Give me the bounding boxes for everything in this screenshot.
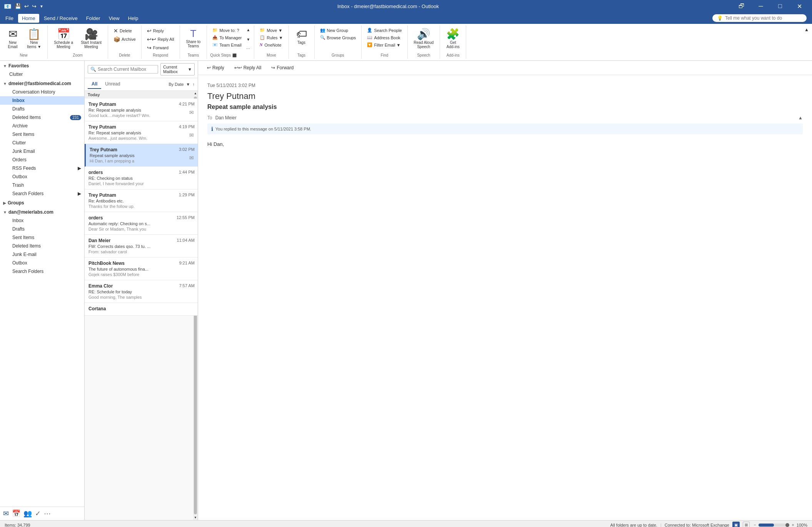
new-email-button[interactable]: ✉ NewEmail: [3, 27, 22, 50]
onenote-button[interactable]: 𝑵 OneNote: [257, 42, 285, 48]
archive-button[interactable]: 📦 Archive: [111, 35, 138, 43]
filter-email-button[interactable]: 🔽 Filter Email ▼: [365, 42, 404, 48]
sidebar-item-sent[interactable]: Sent Items: [0, 130, 84, 139]
email-item-9[interactable]: Emma Clor RE: Schedule for today Good mo…: [85, 280, 198, 303]
quick-undo[interactable]: ↩: [24, 3, 29, 9]
team-email-button[interactable]: 📧 Team Email: [210, 42, 244, 48]
browse-groups-button[interactable]: 🔍 Browse Groups: [318, 34, 358, 41]
quick-save[interactable]: 💾: [15, 3, 21, 9]
view-single-btn[interactable]: ▣: [732, 522, 740, 527]
search-input[interactable]: [98, 67, 155, 72]
new-group-button[interactable]: 👥 New Group: [318, 27, 358, 33]
quick-steps-down[interactable]: ▼: [245, 37, 251, 42]
email-item-1[interactable]: Trey Putnam Re: Repeat sample analysis G…: [85, 99, 198, 121]
restore-btn[interactable]: 🗗: [733, 0, 750, 12]
email-list-scroll[interactable]: ▲ ▼ Today Trey Putnam Re: Repeat sample …: [85, 91, 198, 520]
read-aloud-button[interactable]: 🔊 Read AloudSpeech: [411, 27, 437, 50]
sidebar-item-rss[interactable]: RSS Feeds ▶: [0, 164, 84, 172]
sidebar-item-search-folders[interactable]: Search Folders ▶: [0, 189, 84, 198]
move-button[interactable]: 📁 Move ▼: [257, 27, 285, 33]
ribbon-search-input[interactable]: [725, 15, 802, 21]
to-manager-button[interactable]: 📤 To Manager: [210, 34, 244, 41]
rules-button[interactable]: 📋 Rules ▼: [257, 34, 285, 41]
quick-redo[interactable]: ↪: [32, 3, 37, 9]
sidebar-item-deleted[interactable]: Deleted Items 231: [0, 113, 84, 122]
nav-tasks-icon[interactable]: ✓: [35, 509, 41, 518]
email-item-8[interactable]: PitchBook News The future of autonomous …: [85, 258, 198, 280]
reading-reply-all-btn[interactable]: ↩↩ Reply All: [230, 63, 266, 72]
menu-send-receive[interactable]: Send / Receive: [40, 14, 82, 23]
filter-unread[interactable]: Unread: [101, 80, 124, 89]
email-item-7[interactable]: Dan Meier FW: Corrects dates qso. 73 tu.…: [85, 235, 198, 258]
view-split-btn[interactable]: ⊞: [743, 522, 750, 527]
favorites-header[interactable]: ▼ Favorites: [0, 61, 84, 70]
sidebar-item-archive[interactable]: Archive: [0, 122, 84, 130]
get-add-ins-button[interactable]: 🧩 GetAdd-ins: [443, 27, 463, 50]
zoom-out-btn[interactable]: －: [753, 522, 757, 527]
sidebar-item-junk[interactable]: Junk Email: [0, 147, 84, 156]
filter-all[interactable]: All: [88, 80, 101, 89]
sidebar-item-dan-drafts[interactable]: Drafts: [0, 225, 84, 233]
menu-view[interactable]: View: [105, 14, 123, 23]
quick-dropdown[interactable]: ▼: [40, 4, 43, 8]
zoom-in-btn[interactable]: ＋: [791, 522, 795, 527]
account1-header[interactable]: ▼ dmeier@fastbiomedical.com: [0, 79, 84, 88]
search-people-button[interactable]: 👤 Search People: [365, 27, 404, 33]
menu-folder[interactable]: Folder: [82, 14, 104, 23]
sidebar-item-clutter-fav[interactable]: Clutter: [0, 70, 84, 79]
zoom-handle[interactable]: [785, 523, 789, 527]
scroll-up[interactable]: ▲: [193, 91, 198, 96]
new-items-button[interactable]: 📋 NewItems ▼: [24, 27, 44, 50]
nav-mail-icon[interactable]: ✉: [3, 509, 9, 518]
address-book-button[interactable]: 📖 Address Book: [365, 34, 404, 41]
start-instant-meeting-button[interactable]: 🎥 Start InstantMeeting: [78, 27, 105, 50]
quick-steps-more[interactable]: ⋯: [245, 46, 251, 52]
reply-all-button[interactable]: ↩↩ Reply All: [145, 35, 177, 43]
sort-controls[interactable]: By Date ▼ ↑: [168, 82, 195, 87]
sidebar-item-inbox[interactable]: Inbox: [0, 96, 84, 105]
nav-calendar-icon[interactable]: 📅: [12, 509, 20, 518]
menu-file[interactable]: File: [2, 14, 17, 23]
sidebar-item-dan-junk[interactable]: Junk E-mail: [0, 250, 84, 259]
sidebar-item-orders[interactable]: Orders: [0, 156, 84, 164]
email-item-2[interactable]: Trey Putnam Re: Repeat sample analysis A…: [85, 121, 198, 144]
nav-more-icon[interactable]: ⋯: [44, 509, 51, 518]
email-item-6[interactable]: orders Automatic reply: Checking on s...…: [85, 212, 198, 235]
groups-header[interactable]: ▶ Groups: [0, 198, 84, 207]
sidebar-item-dan-deleted[interactable]: Deleted Items: [0, 242, 84, 250]
email-item-5[interactable]: Trey Putnam Re: Antibodies etc. Thanks f…: [85, 189, 198, 212]
minimize-btn[interactable]: ─: [752, 0, 770, 12]
tags-button[interactable]: 🏷 Tags: [292, 27, 311, 45]
sidebar-item-trash[interactable]: Trash: [0, 181, 84, 189]
menu-help[interactable]: Help: [124, 14, 142, 23]
ribbon-search-box[interactable]: 💡: [712, 14, 807, 22]
share-to-teams-button[interactable]: T Share toTeams: [183, 27, 204, 49]
reading-reply-btn[interactable]: ↩ Reply: [203, 63, 228, 72]
sidebar-item-drafts[interactable]: Drafts: [0, 105, 84, 113]
sidebar-item-clutter[interactable]: Clutter: [0, 139, 84, 147]
collapse-ribbon-icon[interactable]: ▲: [804, 27, 809, 32]
collapse-header-btn[interactable]: ▲: [798, 115, 803, 120]
email-item-10[interactable]: Cortana: [85, 303, 198, 316]
menu-home[interactable]: Home: [18, 14, 39, 23]
delete-button[interactable]: ✕ Delete: [111, 27, 138, 35]
email-item-3[interactable]: Trey Putnam Repeat sample analysis Hi Da…: [85, 144, 198, 167]
ribbon-collapse[interactable]: ▲: [466, 25, 812, 59]
move-to-button[interactable]: 📁 Move to: ?: [210, 27, 244, 33]
forward-button[interactable]: ↪ Forward: [145, 44, 177, 52]
mailbox-dropdown[interactable]: Current Mailbox ▼: [160, 63, 195, 75]
sidebar-item-outbox[interactable]: Outbox: [0, 172, 84, 181]
zoom-slider[interactable]: [759, 524, 789, 527]
reading-forward-btn[interactable]: ↪ Forward: [267, 63, 298, 72]
account2-header[interactable]: ▼ dan@meierlabs.com: [0, 207, 84, 216]
schedule-meeting-button[interactable]: 📅 Schedule aMeeting: [51, 27, 76, 50]
email-item-4[interactable]: orders RE: Checking on status Daniel, I …: [85, 167, 198, 189]
quick-steps-up[interactable]: ▲: [245, 27, 251, 33]
scroll-down[interactable]: ▼: [193, 515, 198, 520]
reply-button[interactable]: ↩ Reply: [145, 27, 177, 35]
sidebar-item-dan-sent[interactable]: Sent Items: [0, 233, 84, 242]
close-btn[interactable]: ✕: [790, 0, 808, 12]
sort-direction[interactable]: ↑: [193, 82, 195, 87]
sidebar-item-dan-search[interactable]: Search Folders: [0, 267, 84, 276]
maximize-btn[interactable]: □: [771, 0, 789, 12]
